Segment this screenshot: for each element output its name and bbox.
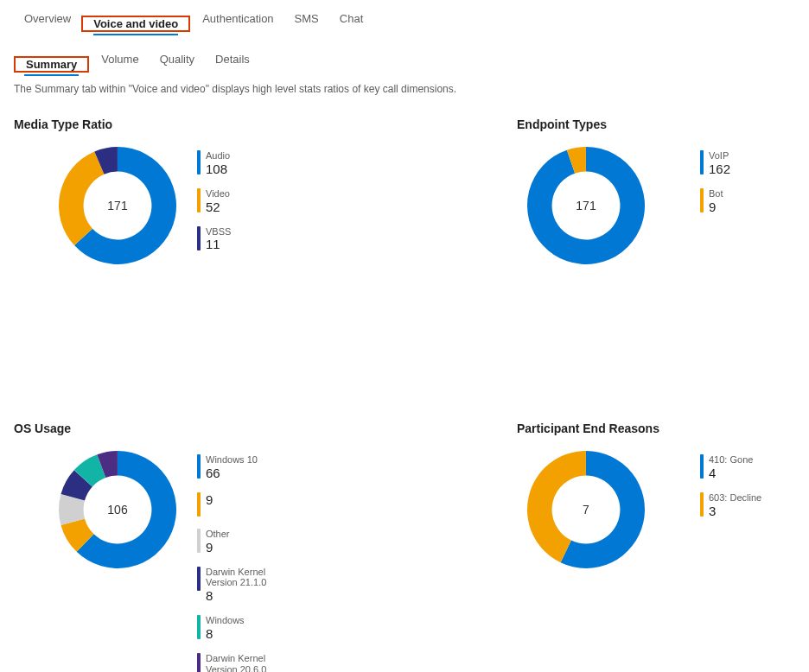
legend-swatch: [197, 226, 201, 250]
legend-value: 66: [206, 466, 258, 480]
tab-voice-video[interactable]: Voice and video: [83, 12, 188, 37]
legend-item: Video52: [197, 188, 231, 214]
highlight-voice-video: Voice and video: [81, 16, 190, 32]
legend-label: Windows: [206, 615, 245, 626]
tab-overview[interactable]: Overview: [14, 7, 81, 32]
legend-label: Bot: [709, 188, 723, 200]
tab-chat[interactable]: Chat: [329, 7, 373, 32]
legend-value: 9: [709, 200, 723, 214]
legend-item: VBSS11: [197, 226, 231, 252]
legend-value: 8: [206, 588, 292, 603]
legend-swatch: [700, 492, 704, 517]
legend-label: 603: Decline: [709, 492, 761, 504]
legend-swatch: [197, 567, 201, 591]
legend-os-usage: Windows 10669Other9Darwin Kernel Version…: [197, 454, 292, 672]
legend-value: 52: [206, 200, 230, 214]
cards-grid: Media Type Ratio 171 Audio108Video52VBSS…: [14, 117, 795, 672]
legend-item: Darwin Kernel Version 21.1.08: [197, 567, 292, 604]
description-text: The Summary tab within "Voice and video"…: [14, 83, 795, 95]
legend-label: Darwin Kernel Version 20.6.0: [206, 653, 292, 672]
legend-item: VoIP162: [700, 150, 730, 176]
top-tabs: Overview Voice and video Authentication …: [14, 7, 795, 32]
legend-label: Other: [206, 529, 230, 540]
card-title: Endpoint Types: [517, 117, 795, 131]
card-title: Media Type Ratio: [14, 117, 292, 131]
sub-tabs: Summary Volume Quality Details: [14, 49, 795, 73]
donut-os-usage: 106: [57, 449, 178, 570]
legend-swatch: [197, 150, 201, 174]
legend-item: Other9: [197, 529, 292, 555]
card-title: OS Usage: [14, 422, 292, 435]
legend-value: 9: [206, 492, 213, 507]
legend-swatch: [197, 188, 201, 212]
legend-item: Bot9: [700, 188, 730, 214]
legend-value: 162: [709, 162, 730, 176]
legend-swatch: [700, 454, 704, 479]
legend-swatch: [700, 150, 704, 174]
legend-label: VoIP: [709, 150, 730, 162]
legend-swatch: [197, 529, 201, 553]
legend-value: 4: [709, 466, 753, 480]
subtab-volume[interactable]: Volume: [91, 49, 149, 73]
legend-item: 410: Gone4: [700, 454, 761, 480]
legend-item: 9: [197, 492, 292, 517]
donut-center-value: 7: [583, 503, 589, 517]
card-end-reasons: Participant End Reasons 7 410: Gone4603:…: [517, 422, 795, 672]
legend-label: Windows 10: [206, 454, 258, 466]
legend-end-reasons: 410: Gone4603: Decline3: [700, 454, 761, 518]
legend-swatch: [197, 454, 201, 479]
legend-swatch: [197, 653, 201, 672]
legend-item: Windows8: [197, 615, 292, 641]
card-os-usage: OS Usage 106 Windows 10669Other9Darwin K…: [14, 422, 292, 672]
legend-swatch: [197, 615, 201, 639]
donut-slice[interactable]: [59, 152, 104, 246]
donut-center-value: 171: [107, 199, 128, 212]
legend-item: Darwin Kernel Version 20.6.06: [197, 653, 292, 672]
legend-label: 410: Gone: [709, 454, 753, 466]
legend-value: 9: [206, 540, 230, 555]
legend-label: Darwin Kernel Version 21.1.0: [206, 567, 292, 588]
tab-authentication[interactable]: Authentication: [192, 7, 283, 32]
tab-sms[interactable]: SMS: [284, 7, 329, 32]
highlight-summary: Summary: [14, 56, 89, 73]
legend-value: 3: [709, 504, 761, 518]
subtab-summary[interactable]: Summary: [16, 54, 87, 78]
legend-item: Audio108: [197, 150, 231, 176]
legend-item: Windows 1066: [197, 454, 292, 480]
donut-media-type: 171: [57, 145, 178, 266]
legend-media-type: Audio108Video52VBSS11: [197, 150, 231, 252]
legend-swatch: [197, 492, 201, 517]
subtab-details[interactable]: Details: [205, 49, 260, 73]
card-title: Participant End Reasons: [517, 422, 795, 435]
donut-endpoint-types: 171: [526, 145, 647, 266]
legend-value: 11: [206, 237, 231, 251]
legend-swatch: [700, 188, 704, 212]
legend-label: Audio: [206, 150, 230, 162]
legend-value: 8: [206, 626, 245, 641]
legend-value: 108: [206, 162, 230, 176]
card-media-type: Media Type Ratio 171 Audio108Video52VBSS…: [14, 117, 292, 266]
legend-label: Video: [206, 188, 230, 200]
subtab-quality[interactable]: Quality: [150, 49, 205, 73]
legend-label: VBSS: [206, 226, 231, 238]
donut-center-value: 106: [107, 503, 128, 517]
card-endpoint-types: Endpoint Types 171 VoIP162Bot9: [517, 117, 795, 266]
donut-end-reasons: 7: [526, 449, 647, 570]
legend-item: 603: Decline3: [700, 492, 761, 518]
donut-center-value: 171: [576, 199, 596, 212]
legend-endpoint-types: VoIP162Bot9: [700, 150, 730, 214]
